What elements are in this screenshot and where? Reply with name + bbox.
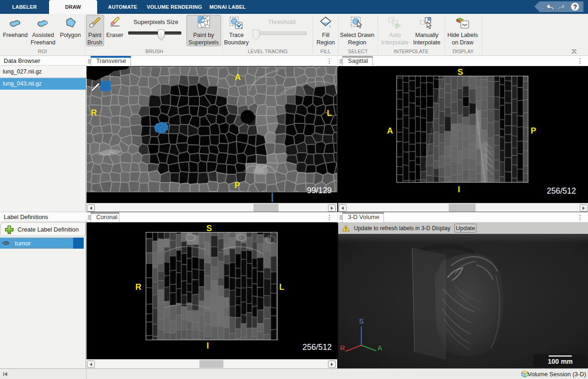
svg-text:100 mm: 100 mm [548,358,573,365]
svg-text:S: S [359,317,364,325]
svg-text:R: R [340,344,345,352]
svg-text:A: A [378,344,382,352]
svg-text:?: ? [573,3,577,11]
